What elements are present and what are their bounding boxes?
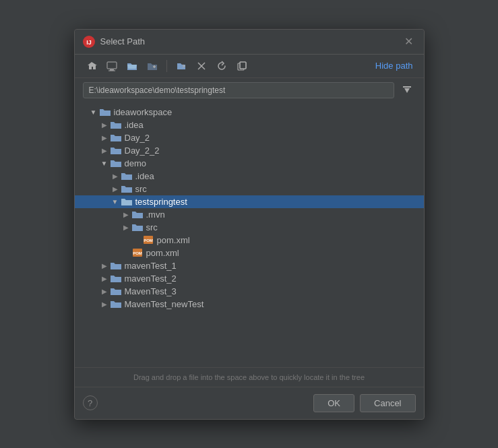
drag-hint: Drag and drop a file into the space abov… (75, 367, 424, 387)
help-button[interactable]: ? (83, 395, 98, 410)
tree-item-label: MavenTest_newTest (125, 299, 424, 309)
clone-button[interactable] (233, 59, 251, 73)
expand-arrow[interactable]: ▶ (110, 172, 121, 180)
tree-item-label: demo (125, 158, 424, 168)
tree-row[interactable]: ▶ .idea (75, 119, 424, 131)
folder-icon (110, 133, 122, 142)
tree-item-label: MavenTest_3 (125, 286, 424, 296)
folder-icon (99, 107, 111, 117)
move-button[interactable] (173, 59, 190, 73)
tree-row[interactable]: ▶ src (75, 221, 424, 234)
close-button[interactable]: ✕ (402, 35, 416, 49)
tree-row[interactable]: ▶ Day_2 (75, 131, 424, 144)
tree-row[interactable]: POM pom.xml (75, 247, 424, 259)
folder-icon (110, 261, 122, 270)
svg-text:POM: POM (144, 238, 153, 243)
tree-row[interactable]: ▼ demo (75, 157, 424, 170)
folder-icon (121, 171, 133, 181)
new-folder-bookmark-button[interactable] (144, 59, 161, 73)
tree-row[interactable]: ▶ mavenTest_1 (75, 259, 424, 272)
expand-arrow[interactable]: ▶ (99, 121, 110, 129)
tree-item-label: mavenTest_1 (125, 261, 424, 271)
expand-arrow[interactable]: ▶ (121, 211, 131, 218)
folder-icon (110, 120, 122, 129)
tree-item-label: pom.xml (146, 248, 424, 258)
expand-arrow[interactable]: ▶ (121, 224, 131, 231)
path-bar (75, 78, 424, 103)
expand-arrow[interactable]: ▶ (99, 147, 110, 154)
collapse-arrow[interactable]: ▼ (88, 108, 99, 116)
maven-file-icon: POM (142, 235, 154, 245)
svg-rect-2 (107, 62, 117, 69)
tree-row[interactable]: ▶ MavenTest_3 (75, 285, 424, 298)
svg-text:POM: POM (133, 251, 142, 255)
tree-item-label: src (146, 222, 424, 232)
tree-row[interactable]: ▶ src (75, 183, 424, 195)
tree-row[interactable]: ▶ MavenTest_newTest (75, 298, 424, 311)
collapse-arrow[interactable]: ▼ (110, 198, 121, 205)
svg-rect-8 (240, 62, 246, 69)
desktop-button[interactable] (103, 59, 121, 73)
tree-item-label: testspringtest (135, 197, 424, 207)
folder-icon (110, 274, 122, 283)
expand-arrow[interactable]: ▶ (99, 300, 110, 308)
tree-item-label: Day_2_2 (125, 146, 424, 156)
expand-arrow[interactable]: ▶ (99, 275, 110, 282)
tree-item-label: Day_2 (125, 133, 424, 143)
tree-row[interactable]: ▼ ideaworkspace (75, 106, 424, 119)
expand-arrow[interactable]: ▶ (99, 262, 110, 269)
folder-icon (110, 158, 122, 168)
delete-button[interactable] (193, 59, 210, 73)
folder-open-button[interactable] (123, 59, 141, 73)
file-tree: ▼ ideaworkspace ▶ .idea ▶ Day_2 (75, 103, 424, 367)
tree-row[interactable]: ▶ mavenTest_2 (75, 272, 424, 285)
dialog-footer: ? OK Cancel (75, 387, 424, 419)
tree-item-label: src (135, 184, 424, 194)
app-icon: IJ (83, 36, 95, 48)
title-bar: IJ Select Path ✕ (75, 30, 424, 55)
expand-arrow[interactable]: ▶ (99, 134, 110, 141)
browse-button[interactable] (398, 82, 416, 99)
tree-row[interactable]: ▶ .idea (75, 170, 424, 183)
toolbar: Hide path (75, 55, 424, 78)
tree-item-label: pom.xml (157, 235, 424, 245)
folder-icon (131, 210, 144, 219)
refresh-button[interactable] (213, 59, 230, 73)
tree-item-label: mavenTest_2 (125, 274, 424, 284)
dialog-title: Select Path (100, 36, 146, 46)
tree-item-label: .idea (135, 171, 424, 181)
tree-row[interactable]: ▶ .mvn (75, 208, 424, 221)
tree-item-label: .idea (125, 120, 424, 130)
folder-icon (110, 286, 122, 296)
toolbar-divider (166, 60, 167, 72)
ok-button[interactable]: OK (313, 394, 354, 412)
expand-arrow[interactable]: ▶ (110, 185, 121, 193)
folder-icon (121, 184, 133, 193)
folder-icon (131, 222, 144, 232)
cancel-button[interactable]: Cancel (360, 394, 415, 412)
svg-text:IJ: IJ (86, 39, 92, 46)
tree-row[interactable]: POM pom.xml (75, 234, 424, 247)
tree-item-label: ideaworkspace (114, 107, 424, 117)
maven-file-icon: POM (131, 248, 144, 257)
collapse-arrow[interactable]: ▼ (99, 160, 110, 167)
expand-arrow[interactable]: ▶ (99, 288, 110, 295)
select-path-dialog: IJ Select Path ✕ (74, 29, 425, 420)
svg-rect-3 (110, 69, 114, 71)
hide-path-button[interactable]: Hide path (373, 59, 416, 72)
tree-row-selected[interactable]: ▼ testspringtest (75, 195, 424, 208)
path-input[interactable] (83, 82, 394, 98)
svg-rect-4 (108, 70, 115, 71)
tree-row[interactable]: ▶ Day_2_2 (75, 144, 424, 157)
folder-icon (110, 299, 122, 309)
home-button[interactable] (83, 59, 100, 73)
tree-item-label: .mvn (146, 210, 424, 220)
folder-icon (121, 197, 133, 206)
folder-icon (110, 146, 122, 155)
